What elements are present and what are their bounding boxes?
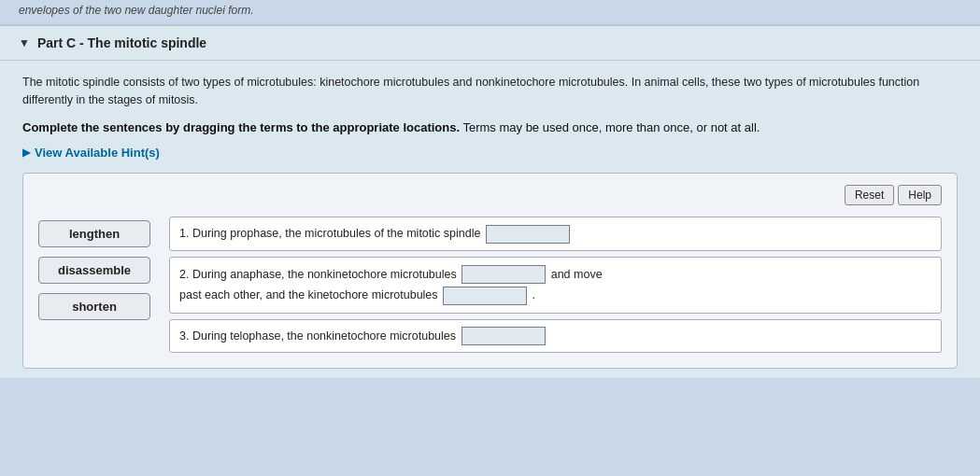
sentence-1: 1. During prophase, the microtubules of … — [169, 217, 942, 251]
reset-button[interactable]: Reset — [845, 185, 894, 205]
term-disassemble[interactable]: disassemble — [38, 257, 150, 284]
term-shorten[interactable]: shorten — [38, 293, 150, 320]
sentence-2-text-before: 2. During anaphase, the nonkinetochore m… — [179, 268, 457, 281]
top-bar-text: envelopes of the two new daughter nuclei… — [19, 4, 253, 17]
terms-column: lengthen disassemble shorten — [38, 217, 150, 353]
sentence-2-text-end: . — [533, 288, 535, 301]
sentence-2-drop-2[interactable] — [443, 287, 527, 305]
top-bar: envelopes of the two new daughter nuclei… — [0, 0, 980, 25]
hint-arrow-icon: ▶ — [22, 147, 30, 159]
description-text: The mitotic spindle consists of two type… — [22, 74, 958, 109]
exercise-top-buttons: Reset Help — [38, 185, 942, 205]
part-header: ▼ Part C - The mitotic spindle — [0, 25, 980, 61]
collapse-arrow-icon[interactable]: ▼ — [19, 36, 30, 49]
sentence-3-text: 3. During telophase, the nonkinetochore … — [179, 329, 456, 343]
term-lengthen[interactable]: lengthen — [38, 220, 150, 247]
exercise-box: Reset Help lengthen disassemble shorten … — [22, 173, 958, 369]
instructions-text: Complete the sentences by dragging the t… — [22, 119, 958, 137]
sentence-1-text: 1. During prophase, the microtubules of … — [179, 227, 480, 240]
sentence-3-drop-1[interactable] — [462, 327, 546, 345]
part-header-title: Part C - The mitotic spindle — [37, 35, 206, 50]
exercise-main: lengthen disassemble shorten 1. During p… — [38, 217, 942, 353]
sentence-1-drop-1[interactable] — [486, 225, 570, 244]
help-button[interactable]: Help — [898, 185, 942, 205]
sentence-2-drop-1[interactable] — [462, 265, 546, 284]
sentences-column: 1. During prophase, the microtubules of … — [169, 217, 942, 353]
sentence-2-text-line2: past each other, and the kinetochore mic… — [179, 288, 438, 301]
hint-label: View Available Hint(s) — [35, 146, 160, 160]
content-area: The mitotic spindle consists of two type… — [0, 61, 980, 378]
sentence-2-text-middle: and move — [551, 268, 603, 281]
hint-link[interactable]: ▶ View Available Hint(s) — [22, 146, 958, 160]
sentence-2: 2. During anaphase, the nonkinetochore m… — [169, 257, 942, 314]
sentence-3: 3. During telophase, the nonkinetochore … — [169, 319, 942, 354]
